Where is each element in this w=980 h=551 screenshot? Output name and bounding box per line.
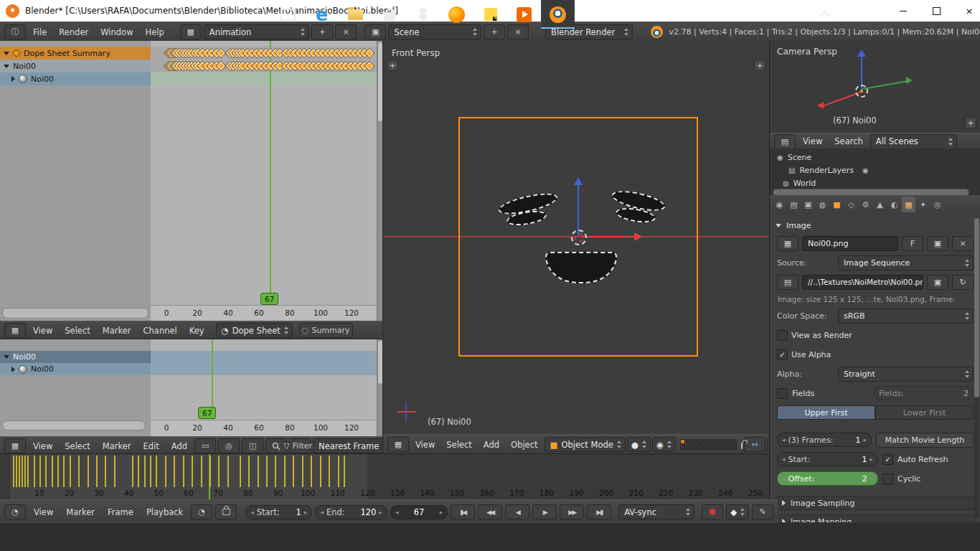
menu-add[interactable]: Add: [166, 441, 192, 452]
decrement-icon[interactable]: ◂: [250, 509, 254, 516]
alpha-mode-selector[interactable]: Straight: [838, 367, 974, 382]
layer-toggle[interactable]: [686, 445, 691, 450]
menu-render[interactable]: Render: [54, 27, 93, 38]
editor-type-button[interactable]: ▦: [387, 437, 409, 452]
collapse-icon[interactable]: [11, 367, 15, 372]
proportional-edit-button[interactable]: ◎: [218, 438, 240, 453]
properties-tab-render[interactable]: ◉: [773, 197, 786, 212]
menu-view[interactable]: View: [29, 507, 58, 518]
menu-view[interactable]: View: [410, 439, 440, 451]
current-frame-line[interactable]: [270, 41, 271, 305]
menu-search[interactable]: Search: [829, 136, 868, 147]
layer-toggle[interactable]: [697, 439, 702, 444]
editor-type-button[interactable]: ▦: [4, 438, 26, 453]
outliner-item-renderlayers[interactable]: ▤ RenderLayers ◉: [788, 164, 869, 176]
channel-object-data[interactable]: Noi00: [0, 363, 166, 375]
view-as-render-checkbox[interactable]: [777, 330, 788, 341]
properties-tab-material[interactable]: ◐: [887, 197, 901, 212]
properties-tab-modifiers[interactable]: ⚙: [859, 197, 872, 212]
collapse-icon[interactable]: [11, 76, 15, 82]
increment-icon[interactable]: ▸: [440, 509, 443, 516]
decrement-icon[interactable]: ◂: [395, 509, 399, 516]
layer-toggle[interactable]: [686, 439, 691, 444]
menu-edit[interactable]: Edit: [138, 441, 164, 452]
decrement-icon[interactable]: ◂: [320, 509, 324, 516]
viewport-canvas[interactable]: Front Persp + + (67) Noi00: [383, 41, 770, 434]
preview-range-button[interactable]: ◔: [191, 504, 212, 519]
layer-toggle[interactable]: [680, 445, 685, 450]
layer-toggle[interactable]: [732, 445, 737, 450]
current-frame-badge[interactable]: 67: [198, 407, 216, 419]
source-selector[interactable]: Image Sequence: [838, 255, 974, 270]
layer-toggle[interactable]: [720, 439, 725, 444]
editor-type-button[interactable]: ▤: [774, 134, 796, 149]
taskbar-app-media-player[interactable]: [507, 0, 541, 29]
menu-marker[interactable]: Marker: [61, 507, 100, 518]
increment-icon[interactable]: ▸: [379, 509, 382, 516]
layout-browse-button[interactable]: ▦: [180, 24, 202, 39]
mode-selector[interactable]: ■ Object Mode: [545, 437, 626, 452]
time-ruler[interactable]: 020406080100120: [151, 420, 377, 436]
editor-type-button[interactable]: ◔: [4, 504, 26, 519]
end-frame-field[interactable]: ◂ End: 120 ▸: [315, 505, 387, 519]
menu-object[interactable]: Object: [506, 439, 542, 451]
close-button[interactable]: ×: [953, 0, 980, 22]
expand-icon[interactable]: [4, 52, 9, 55]
menu-frame[interactable]: Frame: [103, 507, 138, 518]
match-movie-length-button[interactable]: Match Movie Length: [876, 433, 974, 448]
current-frame-field[interactable]: ◂ 67 ▸: [390, 505, 448, 519]
unlink-image-button[interactable]: ×: [952, 236, 974, 251]
layer-toggle[interactable]: [709, 445, 714, 450]
channel-object-data[interactable]: Noi00: [0, 72, 166, 85]
menu-view[interactable]: View: [28, 325, 57, 336]
pivot-selector[interactable]: ◉: [652, 437, 676, 452]
next-keyframe-button[interactable]: ▶▶: [560, 504, 584, 519]
snap-selector[interactable]: Nearest Frame: [313, 438, 391, 453]
camera-viewport[interactable]: Camera Persp (67) Noi00 +: [769, 41, 980, 133]
menu-window[interactable]: Window: [95, 27, 138, 38]
display-filter-selector[interactable]: All Scenes: [870, 134, 957, 149]
ghost-frames-button[interactable]: ◫: [242, 438, 263, 453]
x-axis-arrow[interactable]: [583, 236, 634, 237]
taskbar-app-firefox[interactable]: [440, 0, 473, 29]
maximize-button[interactable]: [920, 0, 953, 22]
expand-icon[interactable]: [4, 355, 9, 359]
filepath-field[interactable]: //..\Textures\NoiMetro\Noi00.png: [802, 275, 923, 290]
layer-toggle[interactable]: [692, 445, 697, 450]
previous-keyframe-button[interactable]: ◀◀: [478, 504, 502, 519]
menu-file[interactable]: File: [28, 27, 52, 38]
file-browse-button[interactable]: ▤: [777, 275, 798, 290]
editor-type-button[interactable]: ⓘ: [4, 24, 26, 39]
menu-marker[interactable]: Marker: [98, 441, 136, 452]
play-button[interactable]: ▶: [532, 504, 557, 519]
auto-keyframe-button[interactable]: [702, 504, 723, 519]
cyclic-checkbox[interactable]: [882, 474, 893, 484]
taskbar-app-blender[interactable]: [541, 0, 575, 29]
image-panel-header[interactable]: Image: [776, 220, 975, 231]
mode-selector[interactable]: ◔ Dope Sheet: [216, 323, 293, 338]
menu-view[interactable]: View: [798, 136, 827, 147]
reload-image-button[interactable]: ↻: [952, 275, 974, 290]
keyframe-region[interactable]: 67 020406080100120: [151, 41, 377, 321]
increment-icon[interactable]: ▸: [863, 436, 867, 443]
minimize-button[interactable]: [887, 0, 920, 22]
keyframe-region[interactable]: 67 020406080100120: [151, 339, 377, 436]
properties-tab-world[interactable]: ◍: [816, 197, 829, 212]
pack-image-button[interactable]: ▣: [927, 275, 948, 290]
cursor-3d[interactable]: [571, 230, 587, 245]
horizontal-scrollbar[interactable]: [2, 308, 149, 319]
properties-tab-constraints[interactable]: ◇: [844, 197, 858, 212]
horizontal-scrollbar[interactable]: [2, 420, 146, 430]
auto-refresh-checkbox[interactable]: ✓: [882, 454, 893, 465]
expand-icon[interactable]: [4, 65, 9, 68]
menu-view[interactable]: View: [28, 441, 57, 452]
layer-toggle[interactable]: [726, 445, 731, 450]
layer-toggle[interactable]: [732, 439, 737, 444]
image-mapping-panel-header[interactable]: Image Mapping: [776, 514, 975, 522]
image-sampling-panel-header[interactable]: Image Sampling: [776, 496, 975, 510]
properties-tab-texture[interactable]: ▦: [902, 197, 915, 212]
editor-type-button[interactable]: ▦: [4, 323, 26, 338]
menu-channel[interactable]: Channel: [138, 325, 182, 336]
lock-time-button[interactable]: [215, 504, 237, 519]
menu-playback[interactable]: Playback: [141, 507, 188, 518]
